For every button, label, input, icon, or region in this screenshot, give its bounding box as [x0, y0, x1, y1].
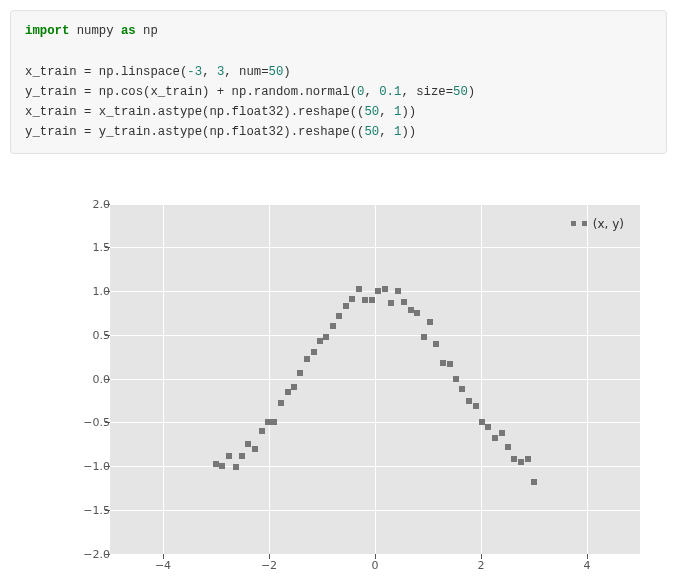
data-point: [297, 370, 303, 376]
data-point: [233, 464, 239, 470]
ytick-label: 1.0: [70, 285, 110, 298]
data-point: [518, 459, 524, 465]
xtick-label: 0: [372, 559, 379, 572]
data-point: [271, 419, 277, 425]
data-point: [226, 453, 232, 459]
data-point: [362, 297, 368, 303]
data-point: [278, 400, 284, 406]
data-point: [395, 288, 401, 294]
data-point: [323, 334, 329, 340]
ytick-label: −1.0: [70, 460, 110, 473]
data-point: [466, 398, 472, 404]
data-point: [311, 349, 317, 355]
data-point: [265, 419, 271, 425]
data-point: [499, 430, 505, 436]
legend-marker: [571, 221, 576, 226]
ytick-label: 1.5: [70, 241, 110, 254]
data-point: [440, 360, 446, 366]
data-point: [349, 296, 355, 302]
data-point: [485, 424, 491, 430]
data-point: [453, 376, 459, 382]
data-point: [427, 319, 433, 325]
data-point: [459, 386, 465, 392]
ytick-label: 0.0: [70, 372, 110, 385]
scatter-chart: (x, y) −2.0−1.5−1.0−0.50.00.51.01.52.0−4…: [50, 199, 650, 579]
ytick-label: −2.0: [70, 547, 110, 560]
legend-label: (x, y): [593, 217, 624, 231]
data-point: [382, 286, 388, 292]
ytick-label: 0.5: [70, 328, 110, 341]
data-point: [525, 456, 531, 462]
data-point: [304, 356, 310, 362]
ytick-label: −0.5: [70, 416, 110, 429]
data-point: [285, 389, 291, 395]
data-point: [336, 313, 342, 319]
data-point: [492, 435, 498, 441]
data-point: [408, 307, 414, 313]
code-block: import numpy as np x_train = np.linspace…: [10, 10, 667, 154]
data-point: [291, 384, 297, 390]
data-point: [531, 479, 537, 485]
xtick-label: 4: [584, 559, 591, 572]
data-point: [511, 456, 517, 462]
xtick-label: −2: [261, 559, 277, 572]
data-point: [505, 444, 511, 450]
plot-area: (x, y): [110, 204, 640, 554]
ytick-label: −1.5: [70, 503, 110, 516]
data-point: [239, 453, 245, 459]
data-point: [414, 310, 420, 316]
data-point: [343, 303, 349, 309]
data-point: [433, 341, 439, 347]
ytick-label: 2.0: [70, 197, 110, 210]
data-point: [245, 441, 251, 447]
xtick-label: −4: [155, 559, 171, 572]
data-point: [259, 428, 265, 434]
data-point: [213, 461, 219, 467]
data-point: [369, 297, 375, 303]
xtick-label: 2: [478, 559, 485, 572]
data-point: [219, 463, 225, 469]
data-point: [252, 446, 258, 452]
data-point: [317, 338, 323, 344]
data-point: [375, 288, 381, 294]
data-point: [473, 403, 479, 409]
data-point: [388, 300, 394, 306]
data-point: [479, 419, 485, 425]
data-point: [421, 334, 427, 340]
legend: (x, y): [563, 212, 632, 236]
data-point: [356, 286, 362, 292]
data-point: [401, 299, 407, 305]
data-point: [330, 323, 336, 329]
data-point: [447, 361, 453, 367]
